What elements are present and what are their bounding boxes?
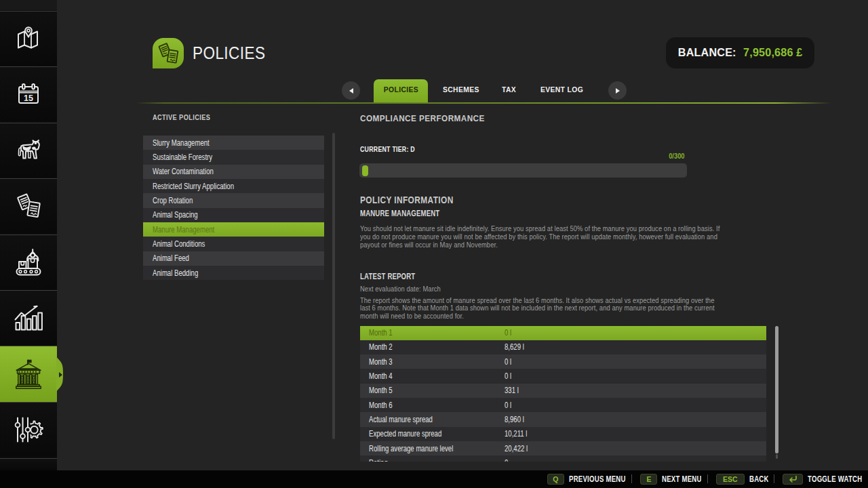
svg-text:15: 15 — [24, 94, 33, 103]
